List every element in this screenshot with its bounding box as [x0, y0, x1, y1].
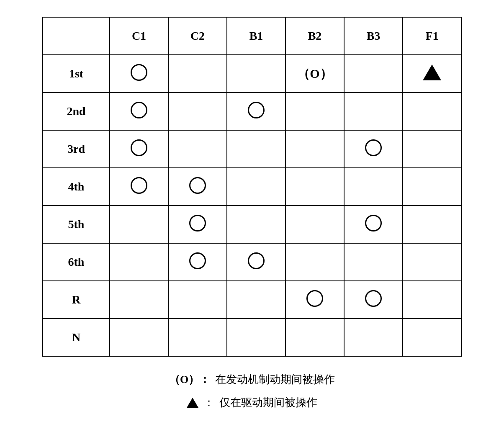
table-row: 6th	[43, 243, 461, 281]
table-cell	[110, 206, 168, 243]
table-cell	[168, 168, 227, 206]
table-row: 4th	[43, 168, 461, 206]
circle-symbol	[365, 215, 382, 231]
table-cell	[168, 206, 227, 243]
row-label: R	[43, 281, 110, 319]
circle-symbol	[365, 139, 382, 156]
row-label: 2nd	[43, 93, 110, 130]
table-cell	[344, 319, 403, 356]
row-label: N	[43, 319, 110, 356]
table-cell	[227, 319, 285, 356]
row-label: 1st	[43, 55, 110, 93]
table-cell	[227, 130, 285, 168]
legend-item-triangle: ： 仅在驱动期间被操作	[169, 393, 335, 413]
table-cell	[168, 130, 227, 168]
table-cell	[168, 319, 227, 356]
legend-triangle-colon: ：	[203, 393, 214, 413]
row-label: 6th	[43, 243, 110, 281]
gear-table: C1 C2 B1 B2 B3 F1 1st（O）2nd3rd4th5th6thR…	[42, 17, 462, 357]
main-container: C1 C2 B1 B2 B3 F1 1st（O）2nd3rd4th5th6thR…	[26, 0, 478, 432]
table-cell	[285, 130, 344, 168]
header-f1: F1	[403, 17, 461, 55]
table-cell	[403, 281, 461, 319]
table-cell	[110, 168, 168, 206]
table-row: 1st（O）	[43, 55, 461, 93]
table-cell	[227, 93, 285, 130]
row-label: 5th	[43, 206, 110, 243]
circle-symbol	[131, 139, 147, 156]
table-cell	[227, 281, 285, 319]
table-cell	[403, 206, 461, 243]
header-b2: B2	[285, 17, 344, 55]
circle-symbol	[248, 252, 265, 269]
table-cell	[168, 55, 227, 93]
legend-item-circle-paren: （O）： 在发动机制动期间被操作	[169, 370, 335, 390]
circle-symbol	[365, 290, 382, 307]
circle-symbol	[306, 290, 323, 307]
legend-triangle-symbol	[187, 398, 198, 408]
table-cell	[344, 243, 403, 281]
table-cell	[110, 55, 168, 93]
table-cell	[285, 206, 344, 243]
circle-symbol	[189, 215, 206, 231]
table-cell	[110, 130, 168, 168]
table-cell	[344, 130, 403, 168]
legend-triangle-text: 仅在驱动期间被操作	[219, 393, 317, 413]
circle-paren-symbol: （O）	[297, 65, 332, 82]
circle-symbol	[189, 252, 206, 269]
table-cell	[110, 319, 168, 356]
row-label: 3rd	[43, 130, 110, 168]
table-cell	[168, 281, 227, 319]
legend-circle-paren-symbol: （O）：	[169, 370, 210, 390]
table-cell	[227, 243, 285, 281]
table-row: N	[43, 319, 461, 356]
table-cell	[344, 55, 403, 93]
row-label: 4th	[43, 168, 110, 206]
legend-circle-paren-text: 在发动机制动期间被操作	[215, 370, 335, 390]
header-c1: C1	[110, 17, 168, 55]
circle-symbol	[131, 102, 147, 118]
table-cell	[403, 55, 461, 93]
table-cell	[285, 243, 344, 281]
circle-symbol	[131, 64, 147, 81]
table-row: 2nd	[43, 93, 461, 130]
table-row: 3rd	[43, 130, 461, 168]
table-cell: （O）	[285, 55, 344, 93]
table-cell	[285, 168, 344, 206]
table-cell	[403, 93, 461, 130]
circle-symbol	[131, 177, 147, 194]
table-cell	[168, 93, 227, 130]
table-cell	[110, 243, 168, 281]
header-empty	[43, 17, 110, 55]
table-cell	[168, 243, 227, 281]
table-cell	[403, 130, 461, 168]
table-cell	[227, 55, 285, 93]
table-cell	[344, 281, 403, 319]
header-b3: B3	[344, 17, 403, 55]
table-cell	[403, 168, 461, 206]
header-c2: C2	[168, 17, 227, 55]
table-row: R	[43, 281, 461, 319]
table-cell	[110, 93, 168, 130]
table-cell	[285, 319, 344, 356]
table-cell	[285, 281, 344, 319]
circle-symbol	[189, 177, 206, 194]
table-cell	[227, 168, 285, 206]
table-row: 5th	[43, 206, 461, 243]
legend-section: （O）： 在发动机制动期间被操作 ： 仅在驱动期间被操作	[169, 370, 335, 416]
header-row: C1 C2 B1 B2 B3 F1	[43, 17, 461, 55]
table-cell	[110, 281, 168, 319]
triangle-symbol	[423, 64, 441, 80]
table-cell	[344, 168, 403, 206]
table-cell	[344, 93, 403, 130]
header-b1: B1	[227, 17, 285, 55]
table-cell	[344, 206, 403, 243]
table-cell	[403, 243, 461, 281]
table-cell	[403, 319, 461, 356]
table-cell	[285, 93, 344, 130]
circle-symbol	[248, 102, 265, 118]
table-cell	[227, 206, 285, 243]
